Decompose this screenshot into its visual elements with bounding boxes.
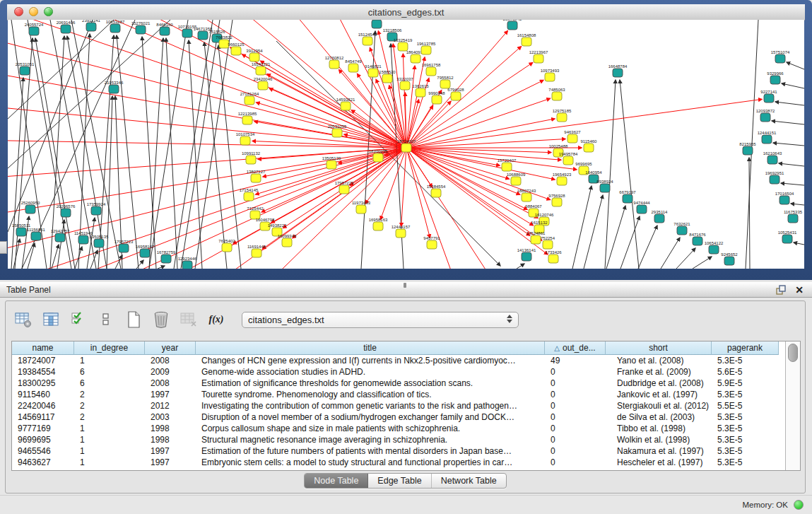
function-builder-icon[interactable]: f(x) [207, 310, 225, 329]
graph-node-23911141[interactable] [86, 23, 96, 31]
graph-node-20531055[interactable] [332, 129, 342, 137]
graph-node-15124549[interactable] [363, 37, 372, 45]
column-header-name[interactable]: name [12, 341, 74, 355]
graph-node-8938924[interactable] [600, 184, 610, 192]
graph-node-20206576[interactable] [61, 209, 71, 217]
graph-node-6679197[interactable] [623, 194, 632, 203]
float-panel-icon[interactable] [775, 284, 787, 296]
close-window-button[interactable] [14, 7, 23, 16]
table-row[interactable]: 911546021997Tourette syndrome. Phenomeno… [12, 389, 785, 400]
graph-node-10991132[interactable] [246, 156, 256, 164]
table-row[interactable]: 1938455462009Genome-wide association stu… [12, 366, 785, 378]
graph-node-15751074[interactable] [775, 54, 785, 63]
graph-node-12923446[interactable] [182, 261, 192, 269]
memory-status-indicator[interactable] [794, 500, 804, 510]
graph-node-10688609[interactable] [511, 177, 521, 185]
show-columns-icon[interactable] [42, 310, 60, 329]
graph-node-16782759[interactable] [161, 255, 171, 263]
graph-node-11973493[interactable] [356, 205, 366, 214]
graph-node-12444151[interactable] [762, 135, 772, 144]
graph-node-8466160[interactable] [160, 27, 170, 35]
graph-node-9245652[interactable] [724, 257, 734, 265]
graph-node-19654923[interactable] [557, 177, 567, 185]
graph-node-13505139[interactable] [326, 160, 336, 169]
column-header-out_de[interactable]: △out_de... [545, 341, 606, 355]
graph-node-9756928[interactable] [552, 198, 562, 206]
graph-node-1362615[interactable] [416, 88, 425, 97]
graph-node-15720407[interactable] [502, 163, 512, 171]
column-header-pagerank[interactable]: pagerank [712, 341, 779, 355]
graph-node-21053346[interactable] [109, 85, 119, 93]
graph-node-12213967[interactable] [534, 54, 543, 63]
table-row[interactable]: 2242004622012Investigating the contribut… [12, 400, 785, 411]
graph-node-13807127[interactable] [251, 174, 261, 182]
graph-node-9474444[interactable] [637, 205, 647, 214]
column-header-in_degree[interactable]: in_degree [74, 341, 145, 355]
graph-node-15850511[interactable] [16, 228, 26, 236]
graph-node-14593821[interactable] [341, 102, 351, 110]
new-column-icon[interactable] [124, 310, 143, 329]
graph-node-2935114[interactable] [654, 214, 664, 223]
graph-node-11156861[interactable] [31, 232, 41, 240]
graph-node-17016504[interactable] [779, 196, 789, 204]
table-selector-dropdown[interactable]: citations_edges.txt [242, 312, 519, 328]
graph-node-24055724[interactable] [29, 27, 39, 35]
graph-node-19495784[interactable] [563, 156, 573, 165]
graph-node-12444157[interactable] [396, 229, 406, 238]
table-mode-icon[interactable] [14, 310, 33, 329]
graph-node-16210643[interactable] [767, 156, 777, 164]
zoom-window-button[interactable] [44, 7, 53, 16]
column-header-title[interactable]: title [196, 341, 545, 355]
network-window-titlebar[interactable]: citations_edges.txt [7, 4, 805, 21]
graph-node-8215955[interactable] [743, 146, 753, 155]
graph-node-752254[interactable] [543, 240, 553, 249]
graph-node-18807243[interactable] [522, 193, 531, 201]
graph-node-9660125[interactable] [231, 47, 241, 55]
column-header-short[interactable]: short [606, 341, 712, 355]
table-row[interactable]: 977716911998Corpus callosum shape and si… [12, 423, 785, 434]
graph-node-1588520[interactable] [382, 74, 392, 83]
graph-node-8454749[interactable] [348, 64, 358, 72]
graph-node-8813054[interactable] [372, 20, 382, 28]
graph-node-16961758[interactable] [426, 67, 436, 76]
splitter-grip-icon[interactable] [404, 283, 406, 288]
graph-node-14671358[interactable] [198, 31, 208, 40]
graph-node-12942757[interactable] [55, 233, 65, 242]
vertical-scrollbar[interactable] [785, 341, 800, 470]
graph-node-10654122[interactable] [709, 245, 719, 254]
graph-node-11451949[interactable] [78, 235, 88, 244]
graph-node-13505135[interactable] [94, 239, 104, 247]
graph-node-16958167[interactable] [140, 249, 150, 257]
graph-node-16648784[interactable] [613, 69, 623, 77]
graph-node-19692951[interactable] [770, 175, 779, 184]
graph-node-17359924[interactable] [91, 206, 101, 215]
graph-node-17957229[interactable] [339, 185, 349, 194]
scrollbar-thumb[interactable] [788, 344, 798, 362]
graph-node-25260950[interactable] [25, 205, 35, 214]
graph-node-9463627[interactable] [567, 134, 577, 143]
graph-node-20876842[interactable] [507, 21, 517, 30]
graph-node-10653287[interactable] [110, 24, 120, 33]
graph-node-7485063[interactable] [552, 92, 562, 100]
graph-node-3322037[interactable] [400, 81, 410, 90]
network-canvas[interactable]: 1872400724055724206914062391114110653287… [8, 20, 804, 269]
graph-node-9329966[interactable] [770, 76, 780, 84]
close-panel-icon[interactable]: ✕ [794, 284, 805, 296]
graph-node-16958163[interactable] [373, 222, 383, 230]
graph-node-23420046[interactable] [258, 81, 268, 90]
graph-node-12093872[interactable] [760, 113, 770, 122]
delete-column-icon[interactable] [152, 310, 170, 329]
graph-node-9457791[interactable] [427, 240, 437, 249]
tab-network-table[interactable]: Network Table [432, 474, 506, 488]
graph-node-14524861[interactable] [531, 235, 541, 244]
graph-node-10719155[interactable] [182, 29, 192, 37]
graph-node-7625402[interactable] [222, 243, 232, 252]
graph-node-19384554[interactable] [431, 189, 441, 197]
graph-node-17154145[interactable] [244, 192, 254, 201]
minimize-window-button[interactable] [29, 7, 38, 16]
graph-node-16543321[interactable] [256, 66, 266, 75]
panel-splitter-handle[interactable] [0, 241, 7, 254]
graph-node-9227141[interactable] [764, 94, 774, 103]
graph-node-10107534[interactable] [240, 136, 250, 145]
graph-node-12975185[interactable] [557, 113, 567, 122]
